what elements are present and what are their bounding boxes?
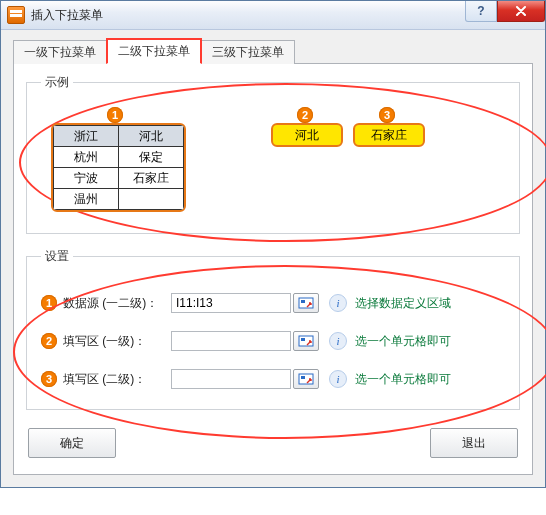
fill2-input[interactable]	[171, 369, 291, 389]
refedit-button-datasource[interactable]	[293, 293, 319, 313]
table-row: 浙江 河北	[54, 126, 184, 147]
settings-group: 设置 1 数据源 (一二级)： I11:I13	[26, 248, 520, 410]
example-group: 示例 1 浙江 河北 杭州	[26, 74, 520, 234]
marker-1-icon: 1	[41, 295, 57, 311]
example-legend: 示例	[41, 74, 73, 91]
hint-datasource: 选择数据定义区域	[355, 295, 451, 312]
tab-level1[interactable]: 一级下拉菜单	[13, 40, 107, 64]
label-datasource: 数据源 (一二级)：	[63, 295, 171, 312]
settings-row-fill1: 2 填写区 (一级)： i 选一个单元格即可	[41, 331, 505, 351]
settings-legend: 设置	[41, 248, 73, 265]
table-cell: 温州	[54, 189, 119, 210]
label-fill1: 填写区 (一级)：	[63, 333, 171, 350]
label-fill2: 填写区 (二级)：	[63, 371, 171, 388]
marker-3-icon: 3	[41, 371, 57, 387]
table-header: 河北	[119, 126, 184, 147]
svg-rect-1	[301, 300, 305, 303]
refedit-button-fill1[interactable]	[293, 331, 319, 351]
refedit-button-fill2[interactable]	[293, 369, 319, 389]
table-cell: 宁波	[54, 168, 119, 189]
example-yellow-cell-3: 石家庄	[353, 123, 425, 147]
annotation-ellipse-settings	[13, 265, 546, 439]
dialog-footer: 确定 退出	[26, 424, 520, 458]
hint-fill2: 选一个单元格即可	[355, 371, 451, 388]
table-row: 宁波 石家庄	[54, 168, 184, 189]
svg-rect-5	[301, 376, 305, 379]
help-button[interactable]: ?	[465, 1, 497, 22]
window-title: 插入下拉菜单	[31, 7, 103, 24]
app-icon	[7, 6, 25, 24]
tab-bar: 一级下拉菜单 二级下拉菜单 三级下拉菜单	[13, 40, 533, 64]
titlebar: 插入下拉菜单 ?	[1, 1, 545, 30]
table-cell: 石家庄	[119, 168, 184, 189]
marker-1-icon: 1	[107, 107, 123, 123]
window-controls: ?	[465, 1, 545, 21]
hint-fill1: 选一个单元格即可	[355, 333, 451, 350]
svg-rect-3	[301, 338, 305, 341]
example-table: 浙江 河北 杭州 保定 宁波 石家庄	[51, 123, 186, 212]
tab-level3[interactable]: 三级下拉菜单	[201, 40, 295, 64]
marker-3-icon: 3	[379, 107, 395, 123]
dialog-window: 插入下拉菜单 ? 一级下拉菜单 二级下拉菜单 三级下拉菜单 示例	[0, 0, 546, 488]
info-icon: i	[329, 332, 347, 350]
table-header: 浙江	[54, 126, 119, 147]
ok-button[interactable]: 确定	[28, 428, 116, 458]
info-icon: i	[329, 294, 347, 312]
table-cell: 保定	[119, 147, 184, 168]
example-area: 1 浙江 河北 杭州 保定	[41, 109, 505, 219]
info-icon: i	[329, 370, 347, 388]
marker-2-icon: 2	[41, 333, 57, 349]
datasource-input[interactable]: I11:I13	[171, 293, 291, 313]
table-row: 杭州 保定	[54, 147, 184, 168]
tab-body: 示例 1 浙江 河北 杭州	[13, 64, 533, 475]
settings-row-datasource: 1 数据源 (一二级)： I11:I13 i 选择数据定义区域	[41, 293, 505, 313]
example-yellow-cell-2: 河北	[271, 123, 343, 147]
client-area: 一级下拉菜单 二级下拉菜单 三级下拉菜单 示例 1 浙江	[1, 30, 545, 487]
table-cell: 杭州	[54, 147, 119, 168]
table-row: 温州	[54, 189, 184, 210]
tab-level2[interactable]: 二级下拉菜单	[106, 38, 202, 64]
cancel-button[interactable]: 退出	[430, 428, 518, 458]
fill1-input[interactable]	[171, 331, 291, 351]
settings-row-fill2: 3 填写区 (二级)： i 选一个单元格即可	[41, 369, 505, 389]
table-cell	[119, 189, 184, 210]
close-button[interactable]	[497, 1, 545, 22]
marker-2-icon: 2	[297, 107, 313, 123]
